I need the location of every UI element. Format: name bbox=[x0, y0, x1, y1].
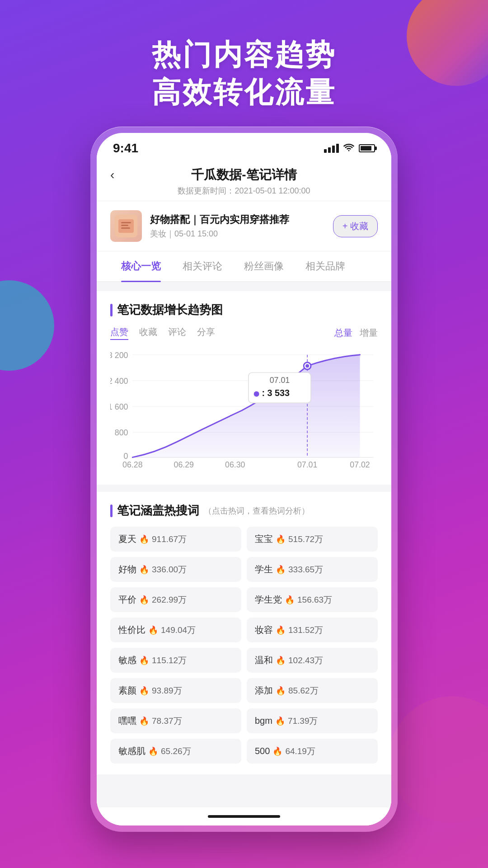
hotword-count: 515.72万 bbox=[288, 533, 323, 545]
tab-comments[interactable]: 相关评论 bbox=[172, 251, 233, 281]
fire-icon: 🔥 bbox=[275, 716, 285, 726]
chart-section: 笔记数据增长趋势图 点赞 收藏 评论 分享 总量 增量 bbox=[97, 291, 391, 485]
hotword-item[interactable]: 温和 🔥 102.43万 bbox=[247, 648, 378, 673]
svg-point-17 bbox=[305, 364, 309, 368]
hotword-count: 102.43万 bbox=[288, 655, 323, 666]
hotword-count: 93.89万 bbox=[152, 685, 182, 697]
back-button[interactable]: ‹ bbox=[110, 168, 114, 182]
fire-icon: 🔥 bbox=[276, 565, 286, 575]
phone-outer: 9:41 bbox=[90, 127, 398, 832]
chart-svg: 3 200 2 400 1 600 800 0 bbox=[110, 347, 378, 474]
hero-text: 热门内容趋势 高效转化流量 bbox=[0, 36, 488, 111]
svg-text:: 3 533: : 3 533 bbox=[262, 388, 289, 398]
note-info: 好物搭配｜百元内实用穿搭推荐 美妆｜05-01 15:00 bbox=[150, 213, 325, 240]
status-time: 9:41 bbox=[113, 141, 138, 156]
hotword-item[interactable]: 平价 🔥 262.99万 bbox=[110, 587, 241, 612]
hotword-count: 336.00万 bbox=[152, 564, 187, 576]
svg-text:06.30: 06.30 bbox=[225, 460, 245, 469]
fire-icon: 🔥 bbox=[285, 595, 295, 605]
hotword-item[interactable]: 好物 🔥 336.00万 bbox=[110, 557, 241, 582]
fire-icon: 🔥 bbox=[148, 746, 158, 756]
hotword-item[interactable]: 性价比 🔥 149.04万 bbox=[110, 618, 241, 642]
hotword-item[interactable]: 妆容 🔥 131.52万 bbox=[247, 618, 378, 642]
status-icons bbox=[324, 142, 375, 154]
hotword-count: 115.12万 bbox=[152, 655, 187, 666]
hotword-name: 添加 bbox=[255, 684, 273, 697]
hotword-name: 宝宝 bbox=[255, 533, 273, 545]
hotword-item[interactable]: 学生党 🔥 156.63万 bbox=[247, 587, 378, 612]
page-title: 千瓜数据-笔记详情 bbox=[191, 166, 296, 184]
fire-icon: 🔥 bbox=[139, 595, 149, 605]
filter-tabs-right: 总量 增量 bbox=[334, 327, 378, 339]
fire-icon: 🔥 bbox=[276, 534, 286, 544]
filter-share[interactable]: 分享 bbox=[197, 326, 215, 340]
phone-bottom-bar bbox=[97, 807, 391, 826]
scroll-content[interactable]: 笔记数据增长趋势图 点赞 收藏 评论 分享 总量 增量 bbox=[97, 282, 391, 807]
filter-collect[interactable]: 收藏 bbox=[139, 326, 157, 340]
filter-tabs-left: 点赞 收藏 评论 分享 bbox=[110, 326, 215, 340]
hotword-item[interactable]: 素颜 🔥 93.89万 bbox=[110, 678, 241, 703]
hotword-count: 64.19万 bbox=[285, 745, 315, 757]
note-meta: 美妆｜05-01 15:00 bbox=[150, 228, 325, 239]
battery-icon bbox=[359, 144, 375, 152]
hotword-count: 131.52万 bbox=[288, 624, 323, 636]
hotword-count: 911.67万 bbox=[152, 533, 187, 545]
hotword-item[interactable]: 宝宝 🔥 515.72万 bbox=[247, 527, 378, 552]
hotword-count: 85.62万 bbox=[288, 685, 319, 697]
svg-text:1 600: 1 600 bbox=[110, 402, 128, 411]
hotwords-grid: 夏天 🔥 911.67万 宝宝 🔥 515.72万 好 bbox=[110, 527, 378, 764]
svg-text:2 400: 2 400 bbox=[110, 377, 128, 386]
fire-icon: 🔥 bbox=[139, 534, 149, 544]
hotword-name: 嘿嘿 bbox=[118, 715, 136, 727]
svg-rect-2 bbox=[121, 222, 131, 223]
home-indicator bbox=[208, 815, 280, 818]
hotword-count: 65.26万 bbox=[161, 745, 191, 757]
tab-audience[interactable]: 粉丝画像 bbox=[233, 251, 295, 281]
fire-icon: 🔥 bbox=[139, 656, 149, 665]
chart-filters: 点赞 收藏 评论 分享 总量 增量 bbox=[110, 326, 378, 340]
hotwords-title-bar bbox=[110, 505, 113, 517]
hotword-name: 素颜 bbox=[118, 684, 136, 697]
note-thumbnail bbox=[110, 210, 142, 242]
hotword-name: 平价 bbox=[118, 594, 136, 606]
svg-text:0: 0 bbox=[124, 452, 128, 461]
svg-text:06.28: 06.28 bbox=[122, 460, 143, 469]
hotword-item[interactable]: 添加 🔥 85.62万 bbox=[247, 678, 378, 703]
hotword-item[interactable]: 500 🔥 64.19万 bbox=[247, 739, 378, 764]
filter-total[interactable]: 总量 bbox=[334, 327, 352, 339]
chart-area: 3 200 2 400 1 600 800 0 bbox=[110, 347, 378, 474]
hotword-item[interactable]: 学生 🔥 333.65万 bbox=[247, 557, 378, 582]
fire-icon: 🔥 bbox=[276, 656, 286, 665]
hotword-item[interactable]: 敏感肌 🔥 65.26万 bbox=[110, 739, 241, 764]
chart-section-title: 笔记数据增长趋势图 bbox=[110, 302, 378, 318]
hotword-name: 学生党 bbox=[255, 594, 282, 606]
filter-increment[interactable]: 增量 bbox=[360, 327, 378, 339]
bg-decoration-left bbox=[0, 280, 54, 371]
tabs-row: 核心一览 相关评论 粉丝画像 相关品牌 bbox=[97, 251, 391, 282]
svg-text:800: 800 bbox=[115, 428, 128, 437]
collect-button[interactable]: + 收藏 bbox=[333, 215, 378, 237]
hotword-item[interactable]: 夏天 🔥 911.67万 bbox=[110, 527, 241, 552]
hotword-item[interactable]: bgm 🔥 71.39万 bbox=[247, 708, 378, 733]
svg-text:3 200: 3 200 bbox=[110, 351, 128, 360]
svg-text:07.01: 07.01 bbox=[270, 376, 290, 385]
note-title: 好物搭配｜百元内实用穿搭推荐 bbox=[150, 213, 325, 227]
filter-comments[interactable]: 评论 bbox=[168, 326, 186, 340]
app-content: ‹ 千瓜数据-笔记详情 数据更新时间：2021-05-01 12:00:00 bbox=[97, 159, 391, 826]
fire-icon: 🔥 bbox=[148, 625, 158, 635]
tab-overview[interactable]: 核心一览 bbox=[110, 251, 172, 281]
hotword-count: 149.04万 bbox=[161, 624, 196, 636]
hotword-item[interactable]: 敏感 🔥 115.12万 bbox=[110, 648, 241, 673]
filter-likes[interactable]: 点赞 bbox=[110, 326, 128, 340]
hotword-item[interactable]: 嘿嘿 🔥 78.37万 bbox=[110, 708, 241, 733]
phone-mockup: 9:41 bbox=[90, 127, 398, 832]
svg-rect-3 bbox=[121, 225, 128, 226]
phone-inner: 9:41 bbox=[97, 133, 391, 826]
svg-rect-4 bbox=[121, 227, 130, 229]
fire-icon: 🔥 bbox=[276, 686, 286, 696]
header-subtitle: 数据更新时间：2021-05-01 12:00:00 bbox=[110, 185, 378, 196]
bg-decoration-bottom-right bbox=[389, 696, 488, 823]
hotword-name: 夏天 bbox=[118, 533, 136, 545]
tab-brands[interactable]: 相关品牌 bbox=[295, 251, 356, 281]
fire-icon: 🔥 bbox=[139, 686, 149, 696]
